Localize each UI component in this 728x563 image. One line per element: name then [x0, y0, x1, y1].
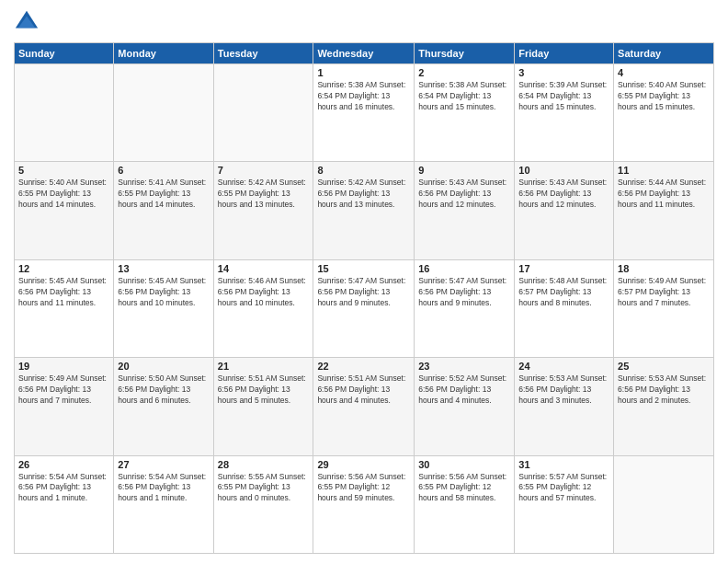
- calendar-week-row: 19Sunrise: 5:49 AM Sunset: 6:56 PM Dayli…: [15, 358, 714, 455]
- day-info: Sunrise: 5:52 AM Sunset: 6:56 PM Dayligh…: [418, 373, 510, 407]
- day-header-wednesday: Wednesday: [313, 43, 415, 64]
- day-number: 25: [618, 361, 710, 372]
- header: [14, 9, 714, 35]
- day-info: Sunrise: 5:43 AM Sunset: 6:56 PM Dayligh…: [418, 178, 510, 211]
- calendar-cell: 10Sunrise: 5:43 AM Sunset: 6:56 PM Dayli…: [515, 162, 614, 259]
- day-number: 30: [418, 459, 510, 470]
- day-info: Sunrise: 5:43 AM Sunset: 6:56 PM Dayligh…: [518, 178, 609, 211]
- day-number: 8: [317, 165, 410, 176]
- calendar-cell: 7Sunrise: 5:42 AM Sunset: 6:55 PM Daylig…: [213, 162, 313, 259]
- day-number: 20: [118, 361, 209, 372]
- day-number: 11: [618, 165, 710, 176]
- day-info: Sunrise: 5:45 AM Sunset: 6:56 PM Dayligh…: [18, 276, 109, 309]
- day-number: 13: [118, 263, 209, 274]
- day-header-saturday: Saturday: [614, 43, 714, 64]
- calendar-table: SundayMondayTuesdayWednesdayThursdayFrid…: [14, 42, 714, 554]
- day-number: 28: [218, 459, 310, 470]
- calendar-cell: 26Sunrise: 5:54 AM Sunset: 6:56 PM Dayli…: [15, 455, 114, 553]
- day-number: 21: [218, 361, 310, 372]
- calendar-cell: 6Sunrise: 5:41 AM Sunset: 6:55 PM Daylig…: [114, 162, 213, 259]
- day-header-friday: Friday: [515, 43, 614, 64]
- day-info: Sunrise: 5:49 AM Sunset: 6:56 PM Dayligh…: [18, 373, 109, 407]
- day-number: 14: [218, 263, 310, 274]
- day-number: 17: [518, 263, 609, 274]
- calendar-cell: 29Sunrise: 5:56 AM Sunset: 6:55 PM Dayli…: [313, 455, 415, 553]
- calendar-cell: 12Sunrise: 5:45 AM Sunset: 6:56 PM Dayli…: [15, 259, 114, 357]
- day-info: Sunrise: 5:39 AM Sunset: 6:54 PM Dayligh…: [518, 80, 609, 113]
- day-header-sunday: Sunday: [15, 43, 114, 64]
- day-number: 2: [418, 67, 510, 78]
- day-info: Sunrise: 5:56 AM Sunset: 6:55 PM Dayligh…: [418, 472, 510, 505]
- day-number: 1: [317, 67, 410, 78]
- page: SundayMondayTuesdayWednesdayThursdayFrid…: [0, 0, 728, 563]
- day-info: Sunrise: 5:56 AM Sunset: 6:55 PM Dayligh…: [317, 472, 410, 505]
- calendar-cell: 9Sunrise: 5:43 AM Sunset: 6:56 PM Daylig…: [415, 162, 515, 259]
- calendar-cell: 13Sunrise: 5:45 AM Sunset: 6:56 PM Dayli…: [114, 259, 213, 357]
- day-info: Sunrise: 5:48 AM Sunset: 6:57 PM Dayligh…: [518, 276, 609, 309]
- day-number: 3: [518, 67, 609, 78]
- calendar-cell: 18Sunrise: 5:49 AM Sunset: 6:57 PM Dayli…: [614, 259, 714, 357]
- day-number: 4: [618, 67, 710, 78]
- calendar-cell: 5Sunrise: 5:40 AM Sunset: 6:55 PM Daylig…: [15, 162, 114, 259]
- day-header-tuesday: Tuesday: [213, 43, 313, 64]
- calendar-cell: 17Sunrise: 5:48 AM Sunset: 6:57 PM Dayli…: [515, 259, 614, 357]
- day-info: Sunrise: 5:49 AM Sunset: 6:57 PM Dayligh…: [618, 276, 710, 309]
- day-info: Sunrise: 5:42 AM Sunset: 6:56 PM Dayligh…: [317, 178, 410, 211]
- calendar-cell: 2Sunrise: 5:38 AM Sunset: 6:54 PM Daylig…: [415, 64, 515, 162]
- calendar-cell: 28Sunrise: 5:55 AM Sunset: 6:55 PM Dayli…: [213, 455, 313, 553]
- calendar-cell: 25Sunrise: 5:53 AM Sunset: 6:56 PM Dayli…: [614, 358, 714, 455]
- calendar-cell: 3Sunrise: 5:39 AM Sunset: 6:54 PM Daylig…: [515, 64, 614, 162]
- calendar-cell: 14Sunrise: 5:46 AM Sunset: 6:56 PM Dayli…: [213, 259, 313, 357]
- calendar-cell: [614, 455, 714, 553]
- calendar-cell: 24Sunrise: 5:53 AM Sunset: 6:56 PM Dayli…: [515, 358, 614, 455]
- day-number: 19: [18, 361, 109, 372]
- day-info: Sunrise: 5:38 AM Sunset: 6:54 PM Dayligh…: [418, 80, 510, 113]
- day-header-thursday: Thursday: [415, 43, 515, 64]
- day-number: 26: [18, 459, 109, 470]
- day-info: Sunrise: 5:46 AM Sunset: 6:56 PM Dayligh…: [218, 276, 310, 309]
- day-info: Sunrise: 5:53 AM Sunset: 6:56 PM Dayligh…: [618, 373, 710, 407]
- day-info: Sunrise: 5:40 AM Sunset: 6:55 PM Dayligh…: [18, 178, 109, 211]
- calendar-cell: [114, 64, 213, 162]
- calendar-header-row: SundayMondayTuesdayWednesdayThursdayFrid…: [15, 43, 714, 64]
- day-number: 18: [618, 263, 710, 274]
- day-info: Sunrise: 5:47 AM Sunset: 6:56 PM Dayligh…: [317, 276, 410, 309]
- day-info: Sunrise: 5:42 AM Sunset: 6:55 PM Dayligh…: [218, 178, 310, 211]
- day-info: Sunrise: 5:45 AM Sunset: 6:56 PM Dayligh…: [118, 276, 209, 309]
- day-number: 12: [18, 263, 109, 274]
- day-info: Sunrise: 5:51 AM Sunset: 6:56 PM Dayligh…: [317, 373, 410, 407]
- day-number: 22: [317, 361, 410, 372]
- logo: [14, 9, 43, 35]
- day-info: Sunrise: 5:53 AM Sunset: 6:56 PM Dayligh…: [518, 373, 609, 407]
- calendar-cell: 21Sunrise: 5:51 AM Sunset: 6:56 PM Dayli…: [213, 358, 313, 455]
- calendar-cell: 27Sunrise: 5:54 AM Sunset: 6:56 PM Dayli…: [114, 455, 213, 553]
- day-info: Sunrise: 5:54 AM Sunset: 6:56 PM Dayligh…: [118, 472, 209, 505]
- calendar-cell: 30Sunrise: 5:56 AM Sunset: 6:55 PM Dayli…: [415, 455, 515, 553]
- day-info: Sunrise: 5:50 AM Sunset: 6:56 PM Dayligh…: [118, 373, 209, 407]
- calendar-cell: 22Sunrise: 5:51 AM Sunset: 6:56 PM Dayli…: [313, 358, 415, 455]
- day-info: Sunrise: 5:38 AM Sunset: 6:54 PM Dayligh…: [317, 80, 410, 113]
- day-info: Sunrise: 5:51 AM Sunset: 6:56 PM Dayligh…: [218, 373, 310, 407]
- day-number: 31: [518, 459, 609, 470]
- day-info: Sunrise: 5:47 AM Sunset: 6:56 PM Dayligh…: [418, 276, 510, 309]
- day-header-monday: Monday: [114, 43, 213, 64]
- day-number: 23: [418, 361, 510, 372]
- calendar-week-row: 12Sunrise: 5:45 AM Sunset: 6:56 PM Dayli…: [15, 259, 714, 357]
- day-number: 24: [518, 361, 609, 372]
- day-number: 7: [218, 165, 310, 176]
- day-number: 15: [317, 263, 410, 274]
- calendar-cell: 1Sunrise: 5:38 AM Sunset: 6:54 PM Daylig…: [313, 64, 415, 162]
- calendar-week-row: 5Sunrise: 5:40 AM Sunset: 6:55 PM Daylig…: [15, 162, 714, 259]
- day-number: 5: [18, 165, 109, 176]
- calendar-cell: 20Sunrise: 5:50 AM Sunset: 6:56 PM Dayli…: [114, 358, 213, 455]
- calendar-week-row: 26Sunrise: 5:54 AM Sunset: 6:56 PM Dayli…: [15, 455, 714, 553]
- calendar-cell: 4Sunrise: 5:40 AM Sunset: 6:55 PM Daylig…: [614, 64, 714, 162]
- day-number: 29: [317, 459, 410, 470]
- day-info: Sunrise: 5:40 AM Sunset: 6:55 PM Dayligh…: [618, 80, 710, 113]
- calendar-week-row: 1Sunrise: 5:38 AM Sunset: 6:54 PM Daylig…: [15, 64, 714, 162]
- calendar-cell: 16Sunrise: 5:47 AM Sunset: 6:56 PM Dayli…: [415, 259, 515, 357]
- calendar-cell: 23Sunrise: 5:52 AM Sunset: 6:56 PM Dayli…: [415, 358, 515, 455]
- day-info: Sunrise: 5:57 AM Sunset: 6:55 PM Dayligh…: [518, 472, 609, 505]
- day-number: 6: [118, 165, 209, 176]
- logo-icon: [14, 9, 40, 35]
